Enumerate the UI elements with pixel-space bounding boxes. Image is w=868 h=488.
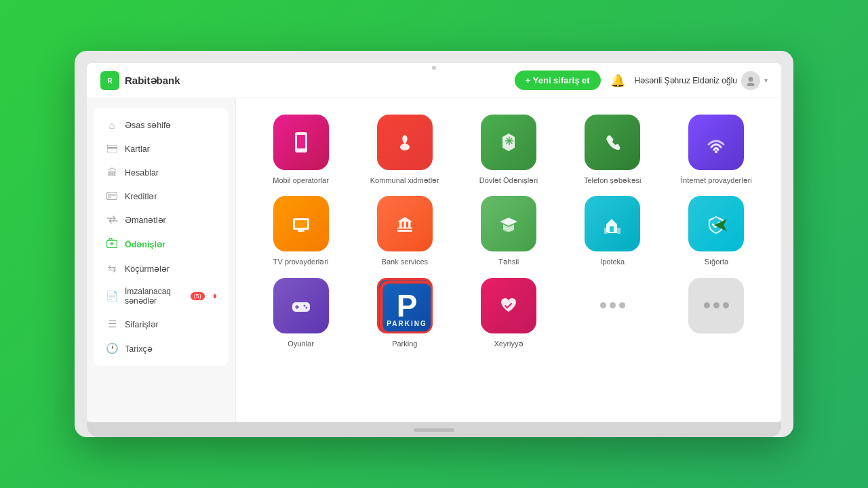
payments-icon bbox=[106, 238, 118, 250]
app-parking[interactable]: P PARKING Parking bbox=[355, 275, 454, 351]
orders-icon: ☰ bbox=[106, 318, 118, 330]
new-order-button[interactable]: + Yeni sifariş et bbox=[515, 70, 601, 90]
charity-icon bbox=[481, 278, 536, 333]
dot2 bbox=[610, 302, 616, 308]
more-dots-icon bbox=[585, 278, 640, 333]
parking-icon: P PARKING bbox=[377, 278, 433, 333]
app-internet[interactable]: İnternet provayderləri bbox=[667, 112, 766, 188]
svg-point-31 bbox=[303, 304, 305, 306]
dovlet-label: Dövlət Ödənişləri bbox=[479, 176, 538, 185]
user-avatar bbox=[741, 71, 760, 90]
sigorta-label: Sığorta bbox=[705, 257, 728, 266]
kommunal-icon bbox=[377, 115, 433, 170]
content-area: Mobil operatorlar Kommunal xidmətlər ✳ D… bbox=[236, 98, 781, 422]
svg-rect-30 bbox=[296, 305, 298, 309]
svg-rect-6 bbox=[107, 192, 117, 200]
sidebar-label-credits: Kreditlər bbox=[125, 191, 157, 201]
main-layout: ⌂ Əsas səhifə Kartlar 🏛 Hesablar bbox=[87, 98, 781, 422]
logo-text: Rabitəbank bbox=[125, 75, 180, 87]
sidebar-item-docs[interactable]: 📄 İmzalanacaq sənədlər (5) bbox=[96, 281, 226, 312]
credits-icon bbox=[106, 190, 118, 202]
app-kommunal[interactable]: Kommunal xidmətlər bbox=[355, 112, 454, 188]
sidebar-item-cards[interactable]: Kartlar bbox=[96, 137, 226, 161]
tehsil-icon bbox=[481, 196, 536, 251]
svg-rect-18 bbox=[298, 230, 304, 232]
accounts-icon: 🏛 bbox=[106, 167, 118, 178]
app-more-gray[interactable] bbox=[667, 275, 766, 351]
app-ipoteka[interactable]: İpoteka bbox=[563, 193, 663, 269]
sigorta-icon bbox=[688, 196, 744, 251]
sidebar-item-history[interactable]: 🕐 Tarixçə bbox=[96, 336, 226, 361]
svg-rect-26 bbox=[604, 228, 608, 234]
tv-label: TV provayderləri bbox=[273, 257, 329, 266]
ipoteka-icon bbox=[585, 196, 640, 251]
topbar-right: + Yeni sifariş et 🔔 Həsənli Şəhruz Eldən… bbox=[515, 70, 768, 90]
sidebar-label-orders: Sifarişlər bbox=[125, 319, 159, 329]
sidebar-item-payments[interactable]: Ödənişlər bbox=[96, 232, 226, 256]
svg-rect-22 bbox=[403, 222, 406, 228]
svg-rect-21 bbox=[399, 222, 402, 228]
dot3 bbox=[619, 302, 625, 308]
user-name: Həsənli Şəhruz Eldəniz oğlu bbox=[635, 76, 737, 85]
svg-rect-19 bbox=[397, 230, 412, 232]
sidebar-item-accounts[interactable]: 🏛 Hesablar bbox=[96, 161, 226, 184]
bank-icon bbox=[377, 196, 433, 251]
mobil-label: Mobil operatorlar bbox=[273, 176, 329, 185]
sidebar-label-payments: Ödənişlər bbox=[125, 239, 165, 249]
app-tv[interactable]: TV provayderləri bbox=[251, 193, 351, 269]
svg-point-12 bbox=[300, 150, 302, 152]
app-mobil[interactable]: Mobil operatorlar bbox=[251, 112, 351, 188]
app-bank[interactable]: Bank services bbox=[355, 193, 454, 269]
user-area[interactable]: Həsənli Şəhruz Eldəniz oğlu ▾ bbox=[635, 71, 768, 90]
svg-rect-25 bbox=[608, 232, 617, 233]
sidebar-label-kochurme: Köçürmələr bbox=[125, 264, 170, 274]
bank-label: Bank services bbox=[382, 257, 428, 266]
app-telefon[interactable]: Telefon şəbəkəsi bbox=[563, 112, 663, 188]
internet-icon bbox=[688, 115, 744, 170]
sidebar-item-kochurme[interactable]: ⇆ Köçürmələr bbox=[96, 256, 226, 281]
sidebar: ⌂ Əsas səhifə Kartlar 🏛 Hesablar bbox=[87, 98, 236, 422]
sidebar-item-credits[interactable]: Kreditlər bbox=[96, 184, 226, 208]
sidebar-label-accounts: Hesablar bbox=[125, 168, 159, 178]
docs-icon: 📄 bbox=[106, 290, 118, 302]
sidebar-item-home[interactable]: ⌂ Əsas səhifə bbox=[96, 113, 226, 137]
kommunal-label: Kommunal xidmətlər bbox=[370, 176, 439, 185]
history-icon: 🕐 bbox=[106, 342, 118, 354]
svg-point-3 bbox=[747, 83, 755, 86]
tehsil-label: Təhsil bbox=[498, 257, 519, 266]
app-tehsil[interactable]: Təhsil bbox=[458, 193, 558, 269]
telefon-label: Telefon şəbəkəsi bbox=[584, 176, 642, 185]
mobil-icon bbox=[273, 115, 329, 170]
sidebar-label-home: Əsas səhifə bbox=[125, 120, 171, 130]
svg-text:P: P bbox=[396, 288, 417, 323]
games-label: Oyunlar bbox=[288, 339, 314, 348]
svg-rect-17 bbox=[295, 220, 307, 228]
app-games[interactable]: Oyunlar bbox=[251, 275, 351, 351]
sidebar-label-amanatlar: Əmanətlər bbox=[125, 215, 166, 225]
sidebar-label-history: Tarixçə bbox=[125, 344, 153, 354]
svg-rect-7 bbox=[108, 195, 116, 196]
svg-text:R: R bbox=[107, 77, 113, 85]
sidebar-item-amanatlar[interactable]: Əmanətlər bbox=[96, 208, 226, 232]
docs-badge: (5) bbox=[191, 292, 205, 300]
bell-icon[interactable]: 🔔 bbox=[610, 73, 625, 88]
sidebar-item-orders[interactable]: ☰ Sifarişlər bbox=[96, 312, 226, 336]
chevron-down-icon: ▾ bbox=[764, 77, 768, 84]
laptop-screen: R Rabitəbank + Yeni sifariş et 🔔 Həsənli… bbox=[87, 63, 781, 422]
transfers-icon bbox=[106, 214, 118, 226]
app-charity[interactable]: Xeyriyyə bbox=[458, 275, 558, 351]
laptop-container: R Rabitəbank + Yeni sifariş et 🔔 Həsənli… bbox=[75, 51, 793, 437]
tv-icon bbox=[273, 196, 329, 251]
svg-rect-8 bbox=[108, 197, 111, 198]
app-sigorta[interactable]: Sığorta bbox=[667, 193, 766, 269]
svg-rect-24 bbox=[610, 226, 614, 232]
home-icon: ⌂ bbox=[106, 119, 118, 131]
more-gray-icon bbox=[688, 278, 744, 333]
kochurme-icon: ⇆ bbox=[106, 262, 118, 274]
app-more-dots[interactable] bbox=[563, 275, 663, 351]
svg-point-32 bbox=[305, 306, 307, 308]
charity-label: Xeyriyyə bbox=[494, 339, 523, 348]
dot1 bbox=[600, 302, 606, 308]
svg-point-15 bbox=[715, 150, 717, 153]
app-dovlet[interactable]: ✳ Dövlət Ödənişləri bbox=[458, 112, 558, 188]
